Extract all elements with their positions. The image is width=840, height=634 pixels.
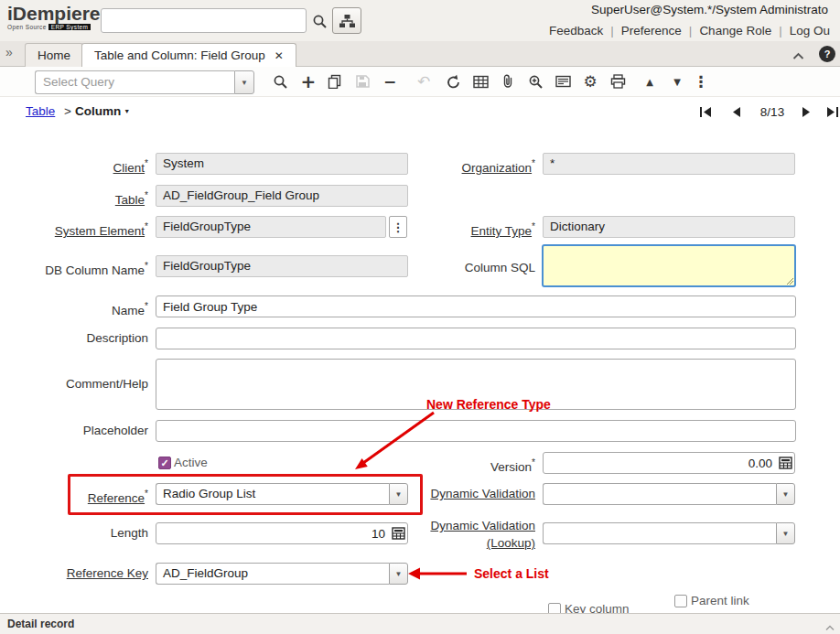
menu-preference[interactable]: Preference <box>618 24 685 38</box>
db-column-name-field: FieldGroupType <box>156 255 408 277</box>
dynamic-validation-label[interactable]: Dynamic Validation <box>384 483 535 505</box>
global-search-button[interactable] <box>308 10 330 32</box>
reference-value[interactable]: Radio Group List <box>156 483 389 505</box>
reference-key-dropdown-button[interactable]: ▼ <box>389 563 408 585</box>
select-query-combobox[interactable]: Select Query ▼ <box>35 70 254 94</box>
version-field[interactable]: 0.00 <box>543 452 795 474</box>
status-expand-icon[interactable] <box>825 620 835 634</box>
placeholder-field[interactable] <box>156 420 796 442</box>
description-field[interactable] <box>156 328 796 349</box>
refresh-button[interactable] <box>441 70 465 93</box>
report-button[interactable] <box>551 70 575 93</box>
table-label[interactable]: Table* <box>9 185 148 211</box>
reference-key-label[interactable]: Reference Key <box>9 563 148 585</box>
logo-subtitle-left: Open Source <box>7 24 47 30</box>
system-element-label[interactable]: System Element* <box>9 216 148 242</box>
next-record-icon <box>801 106 812 118</box>
grid-toggle-button[interactable] <box>468 70 492 93</box>
idempiere-logo[interactable]: iDempiere Open SourceERP System <box>7 4 101 30</box>
logo-title: iDempiere <box>7 4 101 24</box>
version-value: 0.00 <box>544 457 776 470</box>
comment-help-field[interactable] <box>156 359 796 410</box>
menu-change-role[interactable]: Change Role <box>695 24 775 38</box>
dynamic-validation-dropdown-button[interactable]: ▼ <box>776 483 795 505</box>
status-bar: Detail record <box>0 613 840 634</box>
reference-label[interactable]: Reference* <box>9 483 148 510</box>
collapse-header-icon[interactable] <box>792 49 804 63</box>
gear-icon: ⚙ <box>583 72 597 91</box>
caret-down-icon: ▼ <box>124 108 130 114</box>
breadcrumb-column-menu[interactable]: Column▼ <box>75 104 130 118</box>
help-icon[interactable]: ? <box>819 46 835 62</box>
new-record-button[interactable]: + <box>296 70 320 93</box>
length-value: 10 <box>156 527 389 541</box>
active-label: Active <box>174 456 208 470</box>
menu-feedback[interactable]: Feedback <box>545 24 607 38</box>
arrow-up-icon: ▲ <box>646 77 653 87</box>
logo-subtitle: Open SourceERP System <box>7 24 101 30</box>
detail-record-button[interactable]: ▼ <box>665 70 689 93</box>
global-search-input[interactable] <box>101 8 307 33</box>
menu-tree-button[interactable] <box>332 7 361 34</box>
dynamic-validation-lookup-value[interactable] <box>543 522 776 544</box>
delete-record-button[interactable]: − <box>378 70 402 93</box>
tab-bar: » Home Table and Column: Field Group✕ ? <box>0 41 840 67</box>
parent-link-checkbox[interactable] <box>674 595 687 607</box>
placeholder-label: Placeholder <box>9 420 148 442</box>
menu-logout[interactable]: Log Ou <box>786 24 834 38</box>
save-record-button[interactable] <box>350 70 374 93</box>
client-label[interactable]: Client* <box>9 153 148 179</box>
copy-record-button[interactable] <box>323 70 347 93</box>
length-label: Length <box>9 522 148 544</box>
tab-table-and-column[interactable]: Table and Column: Field Group✕ <box>81 43 296 67</box>
print-button[interactable] <box>606 70 630 93</box>
entity-type-label[interactable]: Entity Type* <box>384 216 535 242</box>
status-bar-text: Detail record <box>7 618 74 630</box>
more-actions-button[interactable]: ⋮ <box>689 70 713 93</box>
find-record-icon <box>273 74 288 90</box>
active-checkbox[interactable]: ✓ <box>158 457 171 469</box>
column-sql-field[interactable] <box>542 244 796 287</box>
idempiere-window: iDempiere Open SourceERP System SuperUse… <box>0 0 840 634</box>
record-position: 8/13 <box>750 105 794 119</box>
undo-button[interactable]: ↶ <box>412 70 436 93</box>
user-info[interactable]: SuperUser@System.*/System Administrato <box>591 3 840 16</box>
reference-key-combobox[interactable]: AD_FieldGroup ▼ <box>156 563 408 585</box>
dynamic-validation-combobox[interactable]: ▼ <box>543 483 795 505</box>
caret-down-icon: ▼ <box>782 490 790 499</box>
breadcrumb-table-link[interactable]: Table <box>26 104 55 118</box>
select-query-placeholder[interactable]: Select Query <box>35 70 234 94</box>
logo-badge: ERP System <box>48 24 92 30</box>
attachment-icon <box>501 74 515 89</box>
organization-label[interactable]: Organization* <box>384 153 535 179</box>
breadcrumb-row: Table > Column▼ 8/13 <box>0 97 840 128</box>
last-record-button[interactable] <box>822 102 840 121</box>
menu-separator: | <box>607 24 618 38</box>
attachment-button[interactable] <box>496 70 520 93</box>
tab-close-icon[interactable]: ✕ <box>275 49 284 62</box>
menu-separator: | <box>775 24 786 38</box>
parent-record-button[interactable]: ▲ <box>638 70 662 93</box>
chevron-up-icon <box>825 625 835 631</box>
tab-home[interactable]: Home <box>25 43 83 67</box>
length-field[interactable]: 10 <box>156 522 408 544</box>
reference-combobox[interactable]: Radio Group List ▼ <box>156 483 408 505</box>
process-button[interactable]: ⚙ <box>578 70 602 93</box>
version-calculator-button[interactable] <box>776 453 794 473</box>
name-field[interactable] <box>156 296 796 317</box>
next-record-button[interactable] <box>796 102 816 121</box>
dynamic-validation-lookup-label[interactable]: Dynamic Validation (Lookup) <box>384 517 535 552</box>
first-record-button[interactable] <box>695 102 716 121</box>
find-record-button[interactable] <box>268 70 292 93</box>
comment-help-label: Comment/Help <box>9 373 148 395</box>
select-query-dropdown-button[interactable]: ▼ <box>234 70 254 94</box>
dynamic-validation-lookup-dropdown-button[interactable]: ▼ <box>776 522 795 544</box>
dynamic-validation-lookup-combobox[interactable]: ▼ <box>543 522 795 544</box>
caret-down-icon: ▼ <box>395 570 403 578</box>
previous-record-button[interactable] <box>727 102 747 121</box>
tab-overflow-icon[interactable]: » <box>5 45 13 59</box>
reference-key-value[interactable]: AD_FieldGroup <box>156 563 389 585</box>
zoom-across-button[interactable] <box>523 70 547 93</box>
column-sql-label: Column SQL <box>384 257 535 279</box>
dynamic-validation-value[interactable] <box>543 483 776 505</box>
